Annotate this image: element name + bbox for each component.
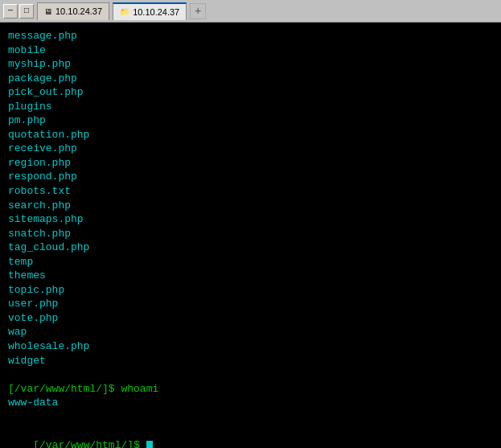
terminal-file-line: mobile bbox=[8, 43, 493, 58]
titlebar: ─ □ 🖥 10.10.24.37 📁 10.10.24.37 + bbox=[0, 0, 501, 23]
terminal-output: message.phpmobilemyship.phppackage.phppi… bbox=[8, 29, 493, 368]
terminal-file-line: widget bbox=[8, 354, 493, 368]
tab-1-label: 10.10.24.37 bbox=[55, 6, 102, 16]
minimize-button[interactable]: ─ bbox=[3, 4, 18, 18]
terminal-area[interactable]: message.phpmobilemyship.phppackage.phppi… bbox=[0, 23, 501, 448]
minimize-icon: ─ bbox=[8, 6, 13, 15]
terminal-file-line: wap bbox=[8, 325, 493, 339]
terminal-file-line: plugins bbox=[8, 100, 493, 114]
whoami-output: www-data bbox=[8, 396, 493, 410]
final-prompt[interactable]: [/var/www/html/]$ bbox=[8, 424, 493, 448]
folder-icon-2: 📁 bbox=[120, 7, 129, 16]
terminal-file-line: pm.php bbox=[8, 113, 493, 128]
tab-2-label: 10.10.24.37 bbox=[133, 7, 179, 17]
plus-icon: + bbox=[195, 5, 201, 18]
terminal-file-line: themes bbox=[8, 269, 493, 283]
window-controls[interactable]: ─ □ bbox=[3, 4, 34, 18]
terminal-file-line: sitemaps.php bbox=[8, 212, 493, 227]
maximize-button[interactable]: □ bbox=[19, 4, 34, 18]
terminal-file-line: quotation.php bbox=[8, 128, 493, 142]
terminal-file-line: receive.php bbox=[8, 142, 493, 156]
terminal-icon-1: 🖥 bbox=[44, 7, 52, 16]
cursor bbox=[146, 441, 153, 448]
terminal-file-line: myship.php bbox=[8, 57, 493, 72]
blank-line-2 bbox=[8, 410, 493, 425]
add-tab-button[interactable]: + bbox=[190, 3, 206, 19]
terminal-file-line: region.php bbox=[8, 156, 493, 171]
terminal-file-line: user.php bbox=[8, 297, 493, 311]
tab-2[interactable]: 📁 10.10.24.37 bbox=[113, 2, 187, 20]
terminal-file-line: temp bbox=[8, 255, 493, 269]
terminal-file-line: robots.txt bbox=[8, 184, 493, 199]
tab-1[interactable]: 🖥 10.10.24.37 bbox=[37, 2, 109, 20]
maximize-icon: □ bbox=[24, 6, 29, 15]
prompt-text: [/var/www/html/]$ bbox=[33, 439, 146, 448]
terminal-file-line: search.php bbox=[8, 199, 493, 213]
terminal-file-line: respond.php bbox=[8, 170, 493, 184]
terminal-file-line: message.php bbox=[8, 29, 493, 43]
terminal-file-line: pick_out.php bbox=[8, 85, 493, 100]
blank-line-1 bbox=[8, 368, 493, 382]
terminal-file-line: wholesale.php bbox=[8, 339, 493, 354]
terminal-file-line: tag_cloud.php bbox=[8, 240, 493, 255]
whoami-prompt: [/var/www/html/]$ whoami bbox=[8, 382, 493, 397]
terminal-file-line: topic.php bbox=[8, 283, 493, 298]
terminal-file-line: package.php bbox=[8, 72, 493, 86]
terminal-file-line: vote.php bbox=[8, 311, 493, 326]
terminal-file-line: snatch.php bbox=[8, 227, 493, 241]
